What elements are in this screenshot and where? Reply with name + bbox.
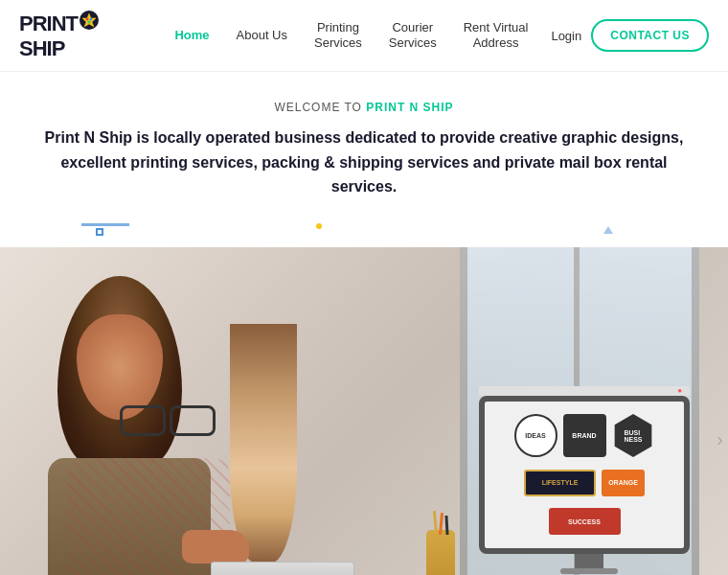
monitor-screen: IDEAS BRAND BUSINESS LIFESTYLE ORANGE SU… (479, 396, 690, 554)
yellow-dot (316, 223, 322, 229)
nav-item-rent[interactable]: Rent VirtualAddress (450, 12, 542, 58)
chevron-right-icon[interactable]: › (717, 427, 723, 449)
blue-square-dot (96, 228, 103, 236)
monitor-stand (575, 554, 603, 568)
nav-item-about[interactable]: About Us (223, 20, 301, 51)
monitor: IDEAS BRAND BUSINESS LIFESTYLE ORANGE SU… (479, 386, 699, 575)
pencil-cup (426, 530, 455, 575)
badge-success: SUCCESS (549, 508, 621, 535)
login-link[interactable]: Login (541, 21, 591, 51)
person-figure (29, 276, 316, 575)
badge-lifestyle: LIFESTYLE (524, 470, 596, 496)
nav-item-courier[interactable]: CourierServices (375, 12, 450, 58)
hero-description: Print N Ship is locally operated busines… (38, 126, 690, 199)
hero-section: WELCOME TO PRINT N SHIP Print N Ship is … (0, 72, 728, 247)
person-hand (182, 530, 249, 564)
monitor-top-bar (479, 386, 690, 396)
badge-orange: ORANGE (602, 470, 645, 496)
person-hair-right (230, 324, 297, 564)
blue-line-decoration (81, 223, 129, 226)
badge-ideas: IDEAS (514, 414, 557, 457)
main-nav: Home About Us PrintingServices CourierSe… (161, 12, 541, 58)
monitor-screen-content: IDEAS BRAND BUSINESS LIFESTYLE ORANGE SU… (485, 402, 684, 548)
decorative-dots (19, 218, 709, 247)
header: PRINT SHIP Home About Us PrintingService… (0, 0, 728, 72)
person-glasses (120, 405, 216, 434)
badge-business: BUSINESS (612, 414, 655, 457)
triangle-decoration (603, 226, 613, 234)
logo-text: PRINT SHIP (19, 10, 142, 61)
monitor-base (560, 568, 618, 574)
welcome-text: WELCOME TO PRINT N SHIP (19, 101, 709, 114)
hero-background: IDEAS BRAND BUSINESS LIFESTYLE ORANGE SU… (0, 247, 728, 575)
logo-star (79, 10, 100, 36)
keyboard (211, 562, 354, 575)
hero-image: IDEAS BRAND BUSINESS LIFESTYLE ORANGE SU… (0, 247, 728, 575)
nav-item-printing[interactable]: PrintingServices (301, 12, 375, 58)
contact-us-button[interactable]: CONTACT US (591, 19, 709, 52)
svg-point-3 (90, 18, 93, 21)
svg-point-4 (88, 21, 91, 24)
badge-brand: BRAND (563, 414, 606, 457)
nav-item-home[interactable]: Home (161, 20, 222, 52)
svg-point-2 (86, 18, 89, 21)
logo[interactable]: PRINT SHIP (19, 10, 142, 61)
